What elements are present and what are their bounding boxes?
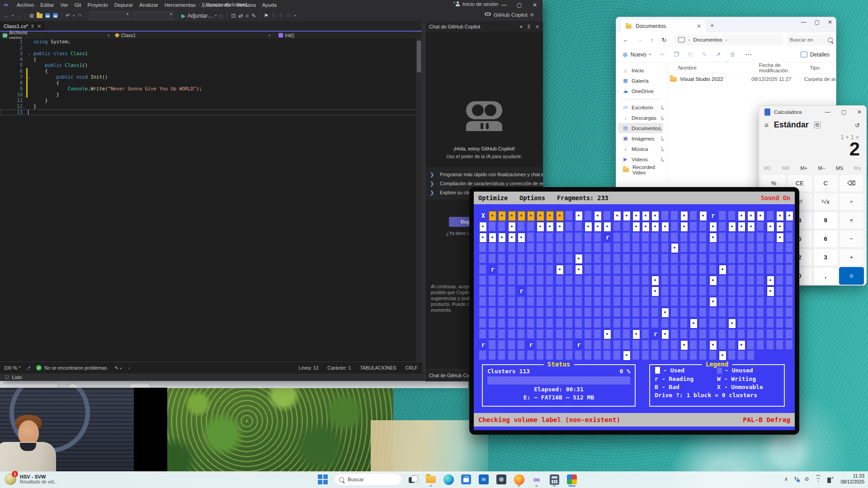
pin-tab-icon[interactable]: ⊼ bbox=[31, 24, 34, 29]
explorer-minimize-button[interactable]: — bbox=[801, 19, 807, 25]
bookmark-icon[interactable]: ⚑ bbox=[264, 13, 269, 19]
code-line[interactable]: 2 bbox=[0, 45, 422, 51]
hot-reload-icon[interactable]: ⇄ bbox=[238, 13, 243, 19]
taskbar-calculator[interactable] bbox=[548, 473, 561, 486]
code-line[interactable]: 9 Console.Write("Never Gonna Give You Up… bbox=[0, 86, 422, 92]
vs-sign-in-button[interactable]: + Inicio de sesión bbox=[455, 1, 498, 7]
source-control-icon[interactable]: ⎇ bbox=[25, 365, 31, 371]
task-view-button[interactable] bbox=[407, 473, 420, 486]
code-editor[interactable]: 1using System;23⌄public class Class14{5 … bbox=[0, 39, 422, 361]
memory-button-MS[interactable]: MS bbox=[834, 164, 845, 172]
vs-search-box[interactable]: Buscar ▾ bbox=[199, 1, 227, 8]
sidebar-item-galería[interactable]: ▦Galería bbox=[616, 75, 665, 86]
zoom-level-dropdown[interactable]: 100 %▾ bbox=[4, 365, 21, 371]
configuration-dropdown[interactable] bbox=[90, 11, 130, 20]
save-all-icon[interactable] bbox=[53, 13, 58, 18]
menu-depurar[interactable]: Depurar bbox=[111, 2, 137, 8]
explorer-tab-documents[interactable]: Documentos ✕ bbox=[621, 20, 706, 33]
edit-icon[interactable]: ✎ bbox=[251, 13, 256, 19]
background-browser-strip[interactable] bbox=[0, 381, 468, 388]
sidebar-item-música[interactable]: ♪Música bbox=[616, 144, 665, 154]
tab-close-icon[interactable]: ✕ bbox=[697, 23, 701, 29]
code-line[interactable]: 12} bbox=[0, 103, 422, 109]
sidebar-item-inicio[interactable]: ⌂Inicio bbox=[616, 65, 665, 75]
new-tab-button[interactable]: + bbox=[710, 22, 714, 29]
calc-key-9[interactable]: 9 bbox=[813, 211, 838, 229]
tab-class1-cs[interactable]: Class1.cs* ⊼ ✕ bbox=[0, 22, 45, 31]
sidebar-item-onedrive[interactable]: ›☁OneDrive bbox=[616, 86, 665, 96]
up-icon[interactable]: ↑ bbox=[651, 37, 654, 43]
scroll-left-icon[interactable]: ‹ bbox=[128, 365, 130, 371]
next-bookmark-icon[interactable]: ⚐ bbox=[279, 13, 284, 19]
code-line[interactable]: 13 bbox=[0, 109, 422, 115]
code-line[interactable]: 5 public Class1() bbox=[0, 62, 422, 68]
menu-proyecto[interactable]: Proyecto bbox=[84, 2, 111, 8]
new-button[interactable]: ⊕Nuevo▾ bbox=[623, 51, 651, 58]
memory-button-MC[interactable]: MC bbox=[762, 164, 773, 172]
cut-icon[interactable]: ✂ bbox=[660, 51, 665, 58]
vs-minimize-button[interactable]: — bbox=[496, 0, 512, 10]
memory-button-M−[interactable]: M− bbox=[816, 164, 827, 172]
taskbar-store[interactable] bbox=[460, 473, 472, 486]
taskbar-outlook[interactable]: ✉ bbox=[477, 473, 490, 486]
taskbar-capture-app[interactable] bbox=[495, 473, 508, 486]
menu-ayuda[interactable]: Ayuda bbox=[259, 2, 280, 8]
taskbar-edge[interactable] bbox=[442, 473, 455, 486]
rename-icon[interactable]: ✎ bbox=[702, 51, 707, 58]
calc-key-²√x[interactable]: ²√x bbox=[813, 193, 838, 211]
calc-key-⌫[interactable]: ⌫ bbox=[839, 174, 864, 192]
explorer-close-button[interactable]: ✕ bbox=[828, 19, 832, 25]
menu-analizar[interactable]: Analizar bbox=[136, 2, 161, 8]
calc-maximize-button[interactable]: ▢ bbox=[841, 109, 846, 115]
navigate-forward-icon[interactable]: → bbox=[16, 13, 22, 19]
status-column[interactable]: Carácter: 1 bbox=[323, 365, 355, 371]
problems-indicator[interactable]: ✓ No se encontraron problemas. bbox=[36, 365, 108, 371]
copilot-feature-item[interactable]: ❯Programar más rápido con finalizaciones… bbox=[425, 170, 543, 179]
do-not-disturb-icon[interactable]: ⊘ bbox=[804, 476, 809, 482]
find-icon[interactable]: ⌗ bbox=[246, 13, 249, 19]
music-video-window[interactable] bbox=[0, 388, 167, 471]
undo-dropdown-icon[interactable]: ▾ bbox=[73, 14, 75, 18]
menu-options[interactable]: Options bbox=[519, 194, 545, 202]
sidebar-item-documentos[interactable]: ▤Documentos bbox=[618, 123, 663, 133]
copilot-feature-item[interactable]: ❯Compilación de características y correc… bbox=[425, 179, 543, 188]
attach-run-button[interactable]: ▶ Adjuntar… ▾ bbox=[181, 13, 217, 19]
code-line[interactable]: 8 { bbox=[0, 80, 422, 86]
navigate-back-icon[interactable]: ← bbox=[4, 13, 9, 19]
memory-button-M∨[interactable]: M∨ bbox=[852, 164, 863, 172]
clear-bookmark-icon[interactable]: ⚐ bbox=[287, 13, 292, 19]
sidebar-item-descargas[interactable]: ↓Descargas bbox=[616, 113, 665, 123]
platform-dropdown[interactable] bbox=[133, 11, 174, 20]
delete-icon[interactable]: 🗑 bbox=[730, 51, 736, 58]
calc-close-button[interactable]: ✕ bbox=[857, 109, 862, 115]
close-tab-icon[interactable]: ✕ bbox=[37, 23, 42, 29]
forward-icon[interactable]: → bbox=[637, 37, 642, 43]
taskbar-file-explorer[interactable] bbox=[425, 473, 437, 486]
editor-scrollbar[interactable] bbox=[416, 39, 422, 361]
vs-maximize-button[interactable]: ▢ bbox=[512, 0, 527, 10]
breadcrumb-member-dropdown[interactable]: Init() bbox=[276, 33, 297, 38]
column-type[interactable]: Tipo bbox=[810, 65, 835, 70]
sidebar-item-escritorio[interactable]: ▭Escritorio bbox=[616, 102, 665, 113]
menu-herramientas[interactable]: Herramientas bbox=[161, 2, 199, 8]
taskbar-firefox[interactable] bbox=[513, 473, 525, 486]
calc-key-,[interactable]: , bbox=[813, 267, 838, 285]
back-dropdown-icon[interactable]: ▾ bbox=[12, 14, 14, 18]
volume-muted-icon[interactable] bbox=[827, 476, 835, 482]
history-icon[interactable]: ↺ bbox=[855, 122, 860, 129]
redo-icon[interactable]: ↷ bbox=[77, 13, 82, 19]
calc-key-+[interactable]: + bbox=[839, 249, 864, 266]
open-folder-icon[interactable] bbox=[37, 14, 42, 18]
code-line[interactable]: 1using System; bbox=[0, 39, 422, 45]
sidebar-item-vídeos[interactable]: ▶Vídeos bbox=[616, 154, 665, 164]
sound-toggle[interactable]: Sound On bbox=[761, 194, 790, 202]
feedback-icon[interactable]: ❖ bbox=[530, 12, 534, 18]
start-button[interactable] bbox=[316, 473, 329, 486]
column-modified[interactable]: Fecha de modificación bbox=[759, 62, 810, 73]
processes-icon[interactable]: ⊡ bbox=[231, 13, 236, 19]
feedback-bubble-icon[interactable]: 🗩 bbox=[5, 375, 9, 380]
explorer-maximize-button[interactable]: ▢ bbox=[815, 19, 820, 25]
taskbar-search-box[interactable]: Buscar bbox=[334, 473, 402, 486]
wifi-icon[interactable] bbox=[815, 477, 821, 482]
breadcrumb-class-dropdown[interactable]: Class1▾ bbox=[112, 33, 276, 38]
